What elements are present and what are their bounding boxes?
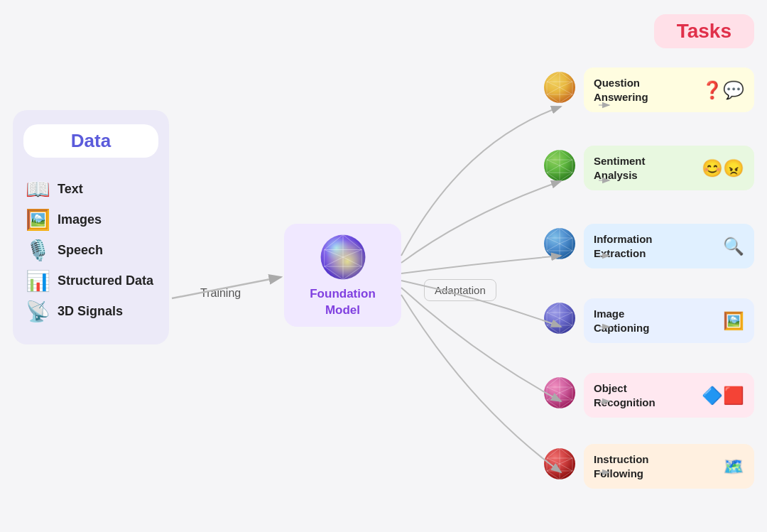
data-item-3d-signals: 📡 3D Signals [23, 300, 158, 323]
data-item-structured-data: 📊 Structured Data [23, 269, 158, 293]
data-item-label-0: Text [58, 182, 83, 197]
task-text-0: QuestionAnswering [594, 76, 695, 104]
foundation-sphere [318, 232, 368, 282]
data-item-speech: 🎙️ Speech [23, 239, 158, 262]
task-icon-5: 🗺️ [723, 457, 744, 477]
task-icon-2: 🔍 [723, 237, 744, 256]
task-text-2: InformationExtraction [594, 232, 716, 260]
task-name-4: ObjectRecognition [594, 381, 695, 409]
data-item-label-1: Images [58, 212, 102, 227]
task-icon-4: 🔷🟥 [702, 386, 744, 406]
data-icon-2: 🎙️ [23, 239, 52, 262]
task-text-3: ImageCaptioning [594, 307, 716, 335]
task-sphere-2 [543, 227, 577, 261]
task-text-1: SentimentAnalysis [594, 154, 695, 182]
adaptation-label: Adaptation [424, 279, 496, 301]
task-card-5: InstructionFollowing 🗺️ [584, 444, 754, 489]
data-item-label-3: Structured Data [58, 273, 153, 288]
data-icon-1: 🖼️ [23, 208, 52, 232]
task-sphere-svg-1 [543, 148, 577, 183]
task-sphere-5 [543, 447, 577, 481]
data-item-label-4: 3D Signals [58, 304, 123, 319]
task-name-5: InstructionFollowing [594, 452, 716, 480]
data-panel: Data 📖 Text 🖼️ Images 🎙️ Speech 📊 Struct… [13, 110, 169, 344]
task-name-0: QuestionAnswering [594, 76, 695, 104]
data-title: Data [71, 130, 111, 151]
data-title-box: Data [23, 124, 158, 158]
task-sphere-svg-5 [543, 447, 577, 481]
task-icon-3: 🖼️ [723, 311, 744, 331]
task-icon-0: ❓💬 [702, 80, 744, 100]
data-icon-4: 📡 [23, 300, 52, 323]
task-text-5: InstructionFollowing [594, 452, 716, 480]
task-sphere-3 [543, 301, 577, 335]
task-text-4: ObjectRecognition [594, 381, 695, 409]
data-item-images: 🖼️ Images [23, 208, 158, 232]
task-sphere-svg-3 [543, 301, 577, 335]
task-name-1: SentimentAnalysis [594, 154, 695, 182]
task-card-0: QuestionAnswering ❓💬 [584, 67, 754, 112]
task-card-1: SentimentAnalysis 😊😠 [584, 146, 754, 190]
data-item-text: 📖 Text [23, 178, 158, 201]
task-sphere-0 [543, 70, 577, 104]
foundation-model-box: FoundationModel [284, 224, 401, 327]
task-sphere-4 [543, 376, 577, 410]
task-sphere-1 [543, 148, 577, 183]
task-sphere-svg-0 [543, 70, 577, 104]
task-sphere-svg-2 [543, 227, 577, 261]
foundation-model-title: FoundationModel [310, 286, 376, 317]
training-label: Training [193, 284, 248, 303]
data-icon-0: 📖 [23, 178, 52, 201]
task-icon-1: 😊😠 [702, 158, 744, 178]
task-sphere-svg-4 [543, 376, 577, 410]
tasks-title: Tasks [677, 20, 731, 42]
task-card-4: ObjectRecognition 🔷🟥 [584, 373, 754, 418]
task-name-2: InformationExtraction [594, 232, 716, 260]
task-card-3: ImageCaptioning 🖼️ [584, 298, 754, 343]
task-name-3: ImageCaptioning [594, 307, 716, 335]
data-icon-3: 📊 [23, 269, 52, 293]
data-item-label-2: Speech [58, 243, 103, 258]
task-card-2: InformationExtraction 🔍 [584, 224, 754, 268]
tasks-title-box: Tasks [654, 14, 754, 48]
